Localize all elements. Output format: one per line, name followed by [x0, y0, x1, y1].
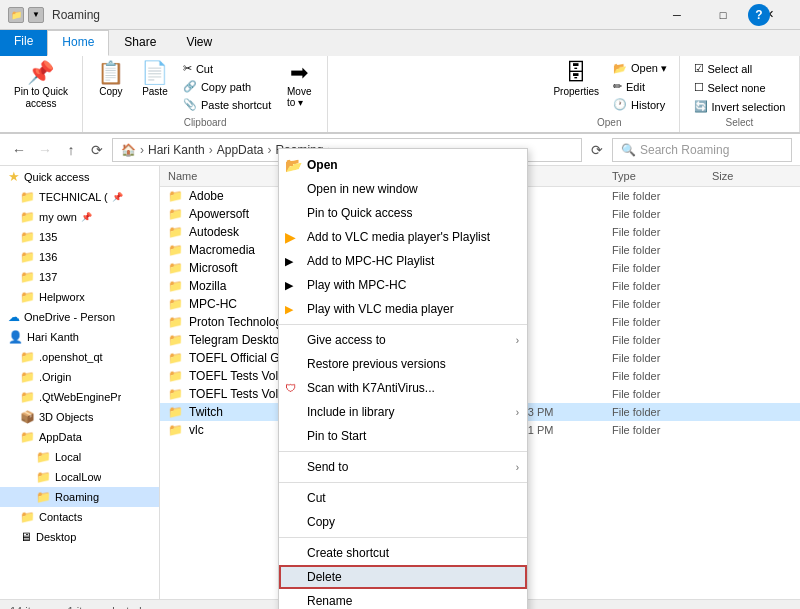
menu-pin-start[interactable]: Pin to Start: [279, 424, 527, 448]
address-sep-1: ›: [140, 143, 144, 157]
menu-create-shortcut[interactable]: Create shortcut: [279, 541, 527, 565]
menu-cut[interactable]: Cut: [279, 486, 527, 510]
select-all-button[interactable]: ☑ Select all: [690, 60, 757, 77]
tab-home[interactable]: Home: [47, 30, 109, 56]
open-group-label: Open: [597, 117, 621, 128]
copy-path-button[interactable]: 🔗 Copy path: [179, 78, 275, 95]
edit-button[interactable]: ✏ Edit: [609, 78, 671, 95]
open-row: 🗄 Properties 📂 Open ▾ ✏ Edit: [547, 60, 671, 113]
separator-4: [279, 537, 527, 538]
label-137: 137: [39, 271, 57, 283]
folder-icon-137: 📁: [20, 270, 35, 284]
paste-shortcut-button[interactable]: 📎 Paste shortcut: [179, 96, 275, 113]
folder-icon-135: 📁: [20, 230, 35, 244]
window-controls[interactable]: ─ □ ✕: [654, 0, 792, 30]
menu-open-new-window[interactable]: Open in new window: [279, 177, 527, 201]
refresh-nav-button[interactable]: ⟳: [586, 139, 608, 161]
file-type-proton: File folder: [612, 316, 712, 328]
tab-file[interactable]: File: [0, 30, 47, 56]
sidebar-local[interactable]: 📁 Local: [0, 447, 159, 467]
sidebar-locallow[interactable]: 📁 LocalLow: [0, 467, 159, 487]
sidebar: ★ Quick access 📁 TECHNICAL ( 📌 📁 my own …: [0, 166, 160, 599]
folder-icon-roaming: 📁: [36, 490, 51, 504]
folder-icon-twitch: 📁: [168, 405, 183, 419]
search-bar[interactable]: 🔍 Search Roaming: [612, 138, 792, 162]
folder-icon-toefl-v2: 📁: [168, 387, 183, 401]
selected-count: 1 item selected: [68, 605, 142, 610]
pin-icon: 📌: [27, 62, 54, 84]
sidebar-item-135[interactable]: 📁 135: [0, 227, 159, 247]
open-dropdown-button[interactable]: 📂 Open ▾: [609, 60, 671, 77]
sidebar-qtwebengine[interactable]: 📁 .QtWebEnginePr: [0, 387, 159, 407]
refresh-button[interactable]: ⟳: [86, 139, 108, 161]
sidebar-item-137[interactable]: 📁 137: [0, 267, 159, 287]
sidebar-harikanth[interactable]: 👤 Hari Kanth: [0, 327, 159, 347]
copy-large-button[interactable]: 📋 Copy: [91, 60, 131, 99]
myown-label: my own: [39, 211, 77, 223]
forward-button[interactable]: →: [34, 139, 56, 161]
move-to-button[interactable]: ➡ Moveto ▾: [279, 60, 319, 110]
menu-scan-k7[interactable]: 🛡 Scan with K7AntiVirus...: [279, 376, 527, 400]
sidebar-desktop[interactable]: 🖥 Desktop: [0, 527, 159, 547]
up-button[interactable]: ↑: [60, 139, 82, 161]
menu-copy[interactable]: Copy: [279, 510, 527, 534]
help-button[interactable]: ?: [748, 4, 770, 26]
menu-mpc-playlist[interactable]: ▶ Add to MPC-HC Playlist: [279, 249, 527, 273]
menu-pin-quick[interactable]: Pin to Quick access: [279, 201, 527, 225]
sidebar-origin[interactable]: 📁 .Origin: [0, 367, 159, 387]
file-type-vlc: File folder: [612, 424, 712, 436]
sidebar-item-136[interactable]: 📁 136: [0, 247, 159, 267]
tab-share[interactable]: Share: [109, 30, 171, 56]
address-sep-2: ›: [209, 143, 213, 157]
sidebar-roaming[interactable]: 📁 Roaming: [0, 487, 159, 507]
library-arrow: ›: [516, 407, 519, 418]
properties-button[interactable]: 🗄 Properties: [547, 60, 605, 113]
menu-rename[interactable]: Rename: [279, 589, 527, 609]
address-appdata: AppData: [217, 143, 264, 157]
cloud-icon: ☁: [8, 310, 20, 324]
maximize-button[interactable]: □: [700, 0, 746, 30]
cut-button[interactable]: ✂ Cut: [179, 60, 275, 77]
menu-give-access[interactable]: Give access to ›: [279, 328, 527, 352]
group-pin-quick: 📌 Pin to Quickaccess: [0, 56, 83, 132]
clipboard-small: ✂ Cut 🔗 Copy path 📎 Paste shortcut: [179, 60, 275, 113]
back-button[interactable]: ←: [8, 139, 30, 161]
menu-vlc-playlist[interactable]: ▶ Add to VLC media player's Playlist: [279, 225, 527, 249]
select-none-button[interactable]: ☐ Select none: [690, 79, 770, 96]
menu-restore-prev[interactable]: Restore previous versions: [279, 352, 527, 376]
folder-icon-desktop: 🖥: [20, 530, 32, 544]
header-size[interactable]: Size: [712, 168, 792, 184]
sidebar-openshot[interactable]: 📁 .openshot_qt: [0, 347, 159, 367]
header-type[interactable]: Type: [612, 168, 712, 184]
tab-view[interactable]: View: [171, 30, 227, 56]
sidebar-3dobjects[interactable]: 📦 3D Objects: [0, 407, 159, 427]
paste-button[interactable]: 📄 Paste: [135, 60, 175, 99]
pin-to-quick-button[interactable]: 📌 Pin to Quickaccess: [8, 60, 74, 112]
vlc-icon: ▶: [285, 229, 296, 245]
menu-delete[interactable]: Delete: [279, 565, 527, 589]
sidebar-appdata[interactable]: 📁 AppData: [0, 427, 159, 447]
menu-send-to[interactable]: Send to ›: [279, 455, 527, 479]
menu-open[interactable]: 📂 Open: [279, 153, 527, 177]
pin-quick-items: 📌 Pin to Quickaccess: [8, 60, 74, 128]
vlc-play-icon: ▶: [285, 303, 293, 316]
sidebar-onedrive[interactable]: ☁ OneDrive - Person: [0, 307, 159, 327]
sidebar-item-technical[interactable]: 📁 TECHNICAL ( 📌: [0, 187, 159, 207]
folder-icon-helpworx: 📁: [20, 290, 35, 304]
search-placeholder: Search Roaming: [640, 143, 729, 157]
menu-play-mpc[interactable]: ▶ Play with MPC-HC: [279, 273, 527, 297]
folder-icon-ms: 📁: [168, 261, 183, 275]
menu-play-vlc[interactable]: ▶ Play with VLC media player: [279, 297, 527, 321]
ribbon: File Home Share View ? 📌 Pin to Quickacc…: [0, 30, 800, 134]
invert-selection-button[interactable]: 🔄 Invert selection: [690, 98, 790, 115]
file-type-autodesk: File folder: [612, 226, 712, 238]
minimize-button[interactable]: ─: [654, 0, 700, 30]
history-button[interactable]: 🕐 History: [609, 96, 671, 113]
sidebar-item-helpworx[interactable]: 📁 Helpworx: [0, 287, 159, 307]
menu-include-library[interactable]: Include in library ›: [279, 400, 527, 424]
select-none-icon: ☐: [694, 81, 704, 94]
properties-label: Properties: [553, 86, 599, 97]
sidebar-item-myown[interactable]: 📁 my own 📌: [0, 207, 159, 227]
folder-icon-autodesk: 📁: [168, 225, 183, 239]
sidebar-contacts[interactable]: 📁 Contacts: [0, 507, 159, 527]
